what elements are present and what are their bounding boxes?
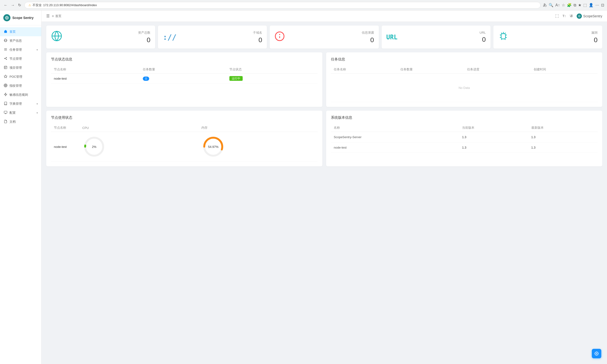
translate-icon[interactable]: あ	[543, 3, 547, 8]
fingerprint-icon	[3, 84, 8, 88]
topbar-brand-text: ScopeSentry	[583, 14, 602, 18]
node-name-cell: node-test	[51, 74, 140, 84]
logo-text: Scope Sentry	[12, 16, 33, 20]
poc-icon	[3, 75, 8, 79]
svg-point-19	[5, 85, 6, 86]
task-info-title: 任务信息	[331, 57, 597, 62]
svg-point-25	[579, 16, 580, 17]
forward-button[interactable]: →	[10, 2, 16, 8]
no-data-cell: No Data	[331, 74, 597, 102]
font-size-icon[interactable]: T↑	[562, 14, 566, 18]
col-node-status: 节点状态	[227, 65, 318, 74]
sidebar-item-home[interactable]: 首页	[0, 27, 41, 36]
svg-point-26	[578, 15, 580, 17]
system-version-panel: 系统版本信息 名称 当前版本 最新版本 ScopeSentry-Server	[326, 111, 602, 166]
settings-fab[interactable]	[592, 349, 601, 358]
stat-card-subdomains: :// 子域名 0	[158, 26, 267, 49]
read-icon[interactable]: A↑	[555, 3, 560, 7]
col-usage-node-name: 节点名称	[51, 124, 80, 132]
version-name-0: ScopeSentry-Server	[331, 132, 459, 143]
svg-line-13	[5, 58, 6, 58]
app-layout: Scope Sentry 首页 资产信息 任	[0, 11, 607, 364]
reload-button[interactable]: ↻	[17, 2, 22, 8]
breadcrumb-label: 首页	[55, 14, 61, 18]
extensions-icon[interactable]: 🧩	[567, 3, 572, 7]
svg-point-37	[596, 353, 597, 354]
running-badge: 运行中	[229, 76, 243, 81]
fullscreen-icon[interactable]: ⊡	[601, 3, 604, 7]
url-text: 172.20.113.90:8082/#/dashboard/index	[43, 3, 97, 7]
stat-card-url: URL URL 0	[382, 26, 491, 49]
node-usage-table: 节点名称 CPU 内存 node-test	[51, 124, 318, 162]
stat-info-url: URL 0	[401, 31, 486, 43]
sidebar-item-sensitive[interactable]: 敏感信息规则	[0, 90, 41, 99]
stat-value-vuln: 0	[512, 36, 597, 44]
bookmark-icon[interactable]: ☆	[562, 3, 565, 7]
bug-icon	[498, 31, 509, 43]
task-count-cell: 0	[140, 74, 227, 84]
back-button[interactable]: ←	[3, 2, 9, 8]
user-icon[interactable]: 👤	[589, 3, 594, 7]
col-task-progress: 任务进度	[464, 65, 531, 74]
table-row: node-test 1.3 1.3	[331, 143, 597, 153]
sidebar-label-assets: 资产信息	[10, 39, 22, 43]
svg-marker-18	[4, 75, 7, 78]
stat-label-subdomains: 子域名	[180, 31, 262, 35]
sidebar-label-projects: 项目管理	[10, 66, 22, 70]
sidebar-item-docs[interactable]: 文档	[0, 117, 41, 126]
sidebar-item-nodes[interactable]: 节点管理	[0, 54, 41, 63]
topbar-right: ⛶ T↑ 译 ScopeSentry	[555, 13, 602, 19]
screenshot-icon[interactable]: ⬚	[583, 3, 587, 7]
sidebar-item-config[interactable]: 配置 ▾	[0, 108, 41, 117]
favorites-icon[interactable]: ★	[578, 3, 581, 7]
system-version-title: 系统版本信息	[331, 116, 597, 120]
sidebar-item-tasks[interactable]: 任务管理 ▾	[0, 45, 41, 54]
two-col-top: 节点状态信息 节点名称 任务数量 节点状态 node-test	[46, 52, 602, 107]
table-row: node-test 0 运行中	[51, 74, 318, 84]
breadcrumb-dot	[52, 15, 54, 17]
sidebar-item-dictionary[interactable]: 字典管理 ▾	[0, 99, 41, 108]
globe-icon	[51, 30, 62, 44]
stat-info-subdomains: 子域名 0	[180, 31, 262, 44]
sidebar-label-poc: POC管理	[10, 75, 22, 79]
svg-point-20	[4, 84, 7, 87]
sidebar-item-assets[interactable]: 资产信息	[0, 36, 41, 45]
sidebar-label-dictionary: 字典管理	[10, 102, 22, 106]
stat-label-infoleak: 信息泄露	[289, 31, 374, 35]
stat-card-assets: 资产总数 0	[46, 26, 155, 49]
stat-value-subdomains: 0	[180, 36, 262, 44]
menu-toggle-icon[interactable]: ☰	[46, 14, 50, 18]
node-status-panel: 节点状态信息 节点名称 任务数量 节点状态 node-test	[46, 52, 322, 107]
stat-info-vuln: 漏洞 0	[512, 31, 597, 44]
sidebar-item-projects[interactable]: 项目管理	[0, 63, 41, 72]
translate-icon[interactable]: 译	[570, 14, 573, 18]
search-icon[interactable]: 🔍	[549, 3, 553, 7]
svg-point-10	[4, 58, 5, 59]
fullscreen-icon[interactable]: ⛶	[555, 14, 559, 18]
no-data-row: No Data	[331, 74, 597, 102]
sidebar-label-tasks: 任务管理	[10, 48, 22, 52]
more-icon[interactable]: ⋯	[595, 3, 599, 7]
splitview-icon[interactable]: ⧉	[574, 3, 576, 7]
address-bar[interactable]: ⚠ 不安全 172.20.113.90:8082/#/dashboard/ind…	[25, 2, 540, 9]
tasks-arrow: ▾	[37, 48, 38, 52]
sidebar-label-sensitive: 敏感信息规则	[10, 93, 28, 97]
sidebar-item-fingerprint[interactable]: 指纹管理	[0, 81, 41, 90]
browser-actions: あ 🔍 A↑ ☆ 🧩 ⧉ ★ ⬚ 👤 ⋯ ⊡	[543, 3, 604, 8]
two-col-bottom: 节点使用状态 节点名称 CPU 内存 node-test	[46, 111, 602, 166]
sidebar-label-fingerprint: 指纹管理	[10, 84, 22, 88]
version-table: 名称 当前版本 最新版本 ScopeSentry-Server 1.3 1.3	[331, 124, 597, 153]
mem-chart-cell: 54.97%	[199, 132, 318, 162]
sidebar-nav: 首页 资产信息 任务管理 ▾ 节点管	[0, 25, 41, 128]
sidebar-item-poc[interactable]: POC管理	[0, 72, 41, 81]
stat-label-vuln: 漏洞	[512, 31, 597, 35]
version-current-1: 1.3	[459, 143, 528, 153]
config-icon	[3, 111, 8, 115]
task-info-table: 任务名称 任务数量 任务进度 创建时间 No Data	[331, 65, 597, 102]
node-status-table: 节点名称 任务数量 节点状态 node-test 0	[51, 65, 318, 84]
info-icon	[274, 31, 285, 43]
node-usage-title: 节点使用状态	[51, 116, 318, 120]
svg-rect-22	[4, 111, 7, 113]
topbar-brand-logo	[577, 13, 582, 19]
no-data-text: No Data	[334, 77, 595, 99]
